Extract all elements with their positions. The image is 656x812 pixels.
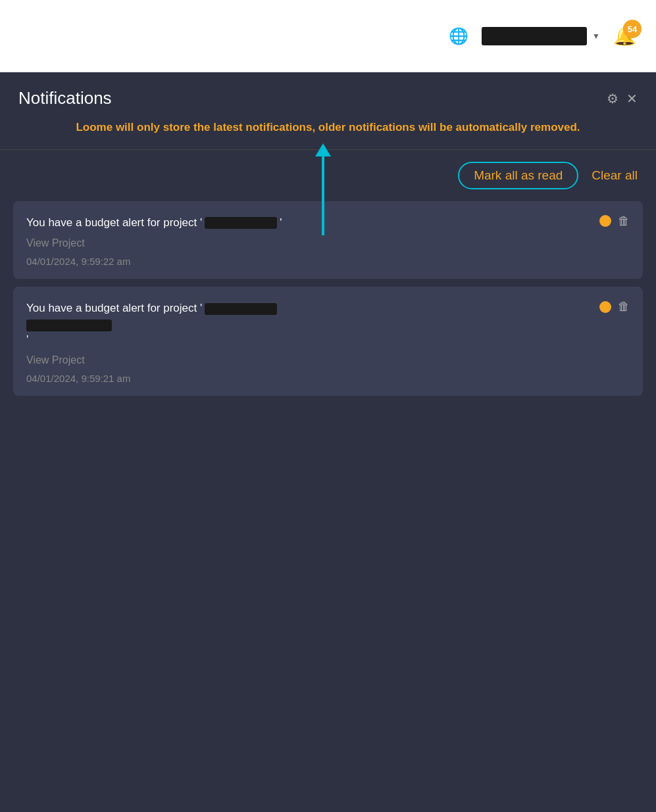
- notification-message: You have a budget alert for project ' ': [26, 300, 592, 348]
- redacted-block: [26, 320, 112, 331]
- globe-icon: 🌐: [449, 27, 468, 45]
- notification-card: You have a budget alert for project ' ' …: [13, 287, 643, 396]
- header-right: 🌐 ▼ 🔔 54: [449, 25, 636, 47]
- close-button[interactable]: ✕: [626, 91, 638, 107]
- panel-header: Notifications ⚙ ✕: [0, 72, 656, 119]
- notification-time: 04/01/2024, 9:59:21 am: [26, 373, 630, 384]
- delete-icon[interactable]: 🗑: [618, 300, 630, 314]
- notification-card: You have a budget alert for project '' 🗑…: [13, 201, 643, 279]
- header: 🌐 ▼ 🔔 54: [0, 0, 656, 72]
- notification-icons: 🗑: [599, 300, 630, 314]
- notifications-panel: Notifications ⚙ ✕ Loome will only store …: [0, 72, 656, 812]
- info-message: Loome will only store the latest notific…: [0, 119, 656, 149]
- notification-message: You have a budget alert for project '': [26, 214, 592, 231]
- clear-all-button[interactable]: Clear all: [592, 168, 638, 183]
- dropdown-arrow-icon: ▼: [592, 32, 600, 41]
- notification-icons: 🗑: [599, 214, 630, 228]
- settings-button[interactable]: ⚙: [607, 91, 618, 107]
- user-name-bar: [482, 27, 587, 45]
- actions-bar: Mark all as read Clear all: [0, 150, 656, 201]
- badge-count: 54: [628, 24, 637, 34]
- redacted-text: [205, 303, 277, 315]
- notification-top-row: You have a budget alert for project ' ' …: [26, 300, 630, 348]
- delete-icon[interactable]: 🗑: [618, 214, 630, 228]
- bell-container[interactable]: 🔔 54: [613, 25, 636, 47]
- view-project-link[interactable]: View Project: [26, 237, 630, 249]
- notification-badge: 54: [623, 20, 642, 38]
- mark-all-read-button[interactable]: Mark all as read: [458, 162, 578, 189]
- unread-dot[interactable]: [599, 215, 611, 227]
- panel-header-actions: ⚙ ✕: [607, 91, 638, 107]
- user-dropdown[interactable]: ▼: [482, 27, 600, 45]
- unread-dot[interactable]: [599, 301, 611, 313]
- notification-top-row: You have a budget alert for project '' 🗑: [26, 214, 630, 231]
- redacted-text: [205, 217, 277, 229]
- annotation-wrapper: Mark all as read Clear all: [0, 150, 656, 201]
- notification-time: 04/01/2024, 9:59:22 am: [26, 256, 630, 267]
- notifications-list: You have a budget alert for project '' 🗑…: [0, 201, 656, 396]
- panel-title: Notifications: [18, 88, 112, 108]
- view-project-link[interactable]: View Project: [26, 354, 630, 366]
